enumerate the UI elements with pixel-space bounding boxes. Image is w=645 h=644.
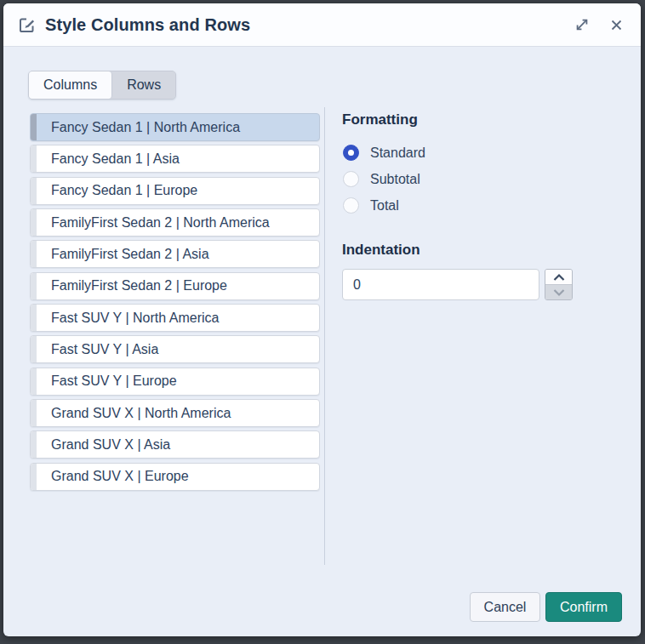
list-item-label: Fast SUV Y | Europe: [37, 368, 319, 395]
dialog-title: Style Columns and Rows: [45, 15, 574, 35]
formatting-heading: Formatting: [342, 111, 418, 128]
list-item[interactable]: FamilyFirst Sedan 2 | Europe: [30, 272, 320, 300]
chevron-down-icon: [552, 288, 566, 297]
tab-rows[interactable]: Rows: [112, 71, 175, 99]
list-item[interactable]: Fast SUV Y | Asia: [30, 335, 320, 363]
indentation-stepper: [545, 269, 573, 300]
cancel-button[interactable]: Cancel: [470, 592, 540, 622]
drag-handle-icon: [31, 431, 37, 458]
list-item[interactable]: Fancy Sedan 1 | Europe: [30, 177, 320, 205]
list-item[interactable]: Grand SUV X | North America: [30, 399, 320, 427]
radio-label: Subtotal: [370, 172, 420, 187]
drag-handle-icon: [31, 178, 37, 204]
radio-unselected-icon[interactable]: [343, 171, 359, 187]
close-icon[interactable]: [609, 18, 624, 32]
dialog-header: Style Columns and Rows: [3, 3, 641, 47]
tab-group: ColumnsRows: [28, 71, 176, 100]
list-item-label: Grand SUV X | North America: [37, 400, 319, 426]
list-item[interactable]: Fancy Sedan 1 | North America: [30, 113, 320, 141]
drag-handle-icon: [31, 305, 37, 331]
list-item-label: FamilyFirst Sedan 2 | North America: [37, 209, 319, 236]
radio-selected-icon[interactable]: [343, 145, 359, 161]
radio-option-standard[interactable]: Standard: [343, 145, 425, 161]
list-item-label: Fast SUV Y | North America: [37, 305, 319, 331]
panel-divider: [324, 107, 325, 565]
radio-dot: [348, 150, 354, 156]
list-item-label: Grand SUV X | Asia: [37, 431, 319, 458]
list-item[interactable]: Grand SUV X | Europe: [30, 463, 320, 491]
indentation-input[interactable]: [342, 269, 539, 300]
style-columns-rows-dialog: Style Columns and Rows ColumnsRows Fancy…: [3, 3, 641, 636]
drag-handle-icon: [31, 336, 37, 362]
stepper-up-button[interactable]: [545, 270, 572, 285]
tab-columns[interactable]: Columns: [29, 71, 112, 99]
list-item[interactable]: FamilyFirst Sedan 2 | North America: [30, 208, 320, 237]
list-item[interactable]: Grand SUV X | Asia: [30, 430, 320, 459]
list-item-label: Grand SUV X | Europe: [37, 464, 319, 490]
list-item-label: Fancy Sedan 1 | Asia: [37, 145, 319, 172]
edit-note-icon: [18, 16, 36, 34]
stepper-down-button[interactable]: [545, 285, 572, 299]
radio-label: Standard: [370, 145, 425, 161]
indentation-heading: Indentation: [342, 242, 420, 259]
expand-diagonal-icon[interactable]: [574, 16, 591, 33]
drag-handle-icon: [31, 464, 37, 490]
drag-handle-icon: [31, 400, 37, 426]
drag-handle-icon: [31, 241, 37, 267]
drag-handle-icon: [31, 273, 37, 299]
drag-handle-icon: [31, 114, 37, 140]
list-item-label: Fancy Sedan 1 | Europe: [37, 178, 319, 204]
radio-option-subtotal[interactable]: Subtotal: [343, 171, 425, 187]
drag-handle-icon: [31, 368, 37, 395]
radio-label: Total: [370, 198, 399, 214]
formatting-radio-group: StandardSubtotalTotal: [343, 145, 425, 224]
column-row-list: Fancy Sedan 1 | North AmericaFancy Sedan…: [30, 113, 320, 494]
list-item-label: Fast SUV Y | Asia: [37, 336, 319, 362]
confirm-button[interactable]: Confirm: [545, 592, 622, 622]
list-item-label: Fancy Sedan 1 | North America: [37, 114, 319, 140]
radio-option-total[interactable]: Total: [343, 197, 425, 214]
radio-unselected-icon[interactable]: [343, 197, 359, 214]
list-item[interactable]: Fast SUV Y | Europe: [30, 368, 320, 396]
drag-handle-icon: [31, 209, 37, 236]
chevron-up-icon: [552, 273, 566, 282]
list-item-label: FamilyFirst Sedan 2 | Europe: [37, 273, 319, 299]
list-item[interactable]: Fancy Sedan 1 | Asia: [30, 145, 320, 173]
list-item[interactable]: Fast SUV Y | North America: [30, 304, 320, 332]
list-item-label: FamilyFirst Sedan 2 | Asia: [37, 241, 319, 267]
drag-handle-icon: [31, 145, 37, 172]
list-item[interactable]: FamilyFirst Sedan 2 | Asia: [30, 240, 320, 268]
